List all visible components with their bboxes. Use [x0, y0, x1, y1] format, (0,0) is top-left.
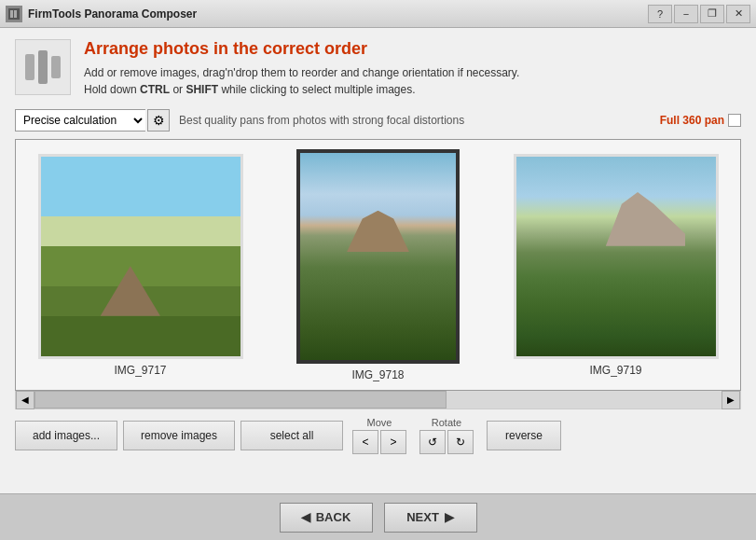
settings-button[interactable]: ⚙	[147, 109, 170, 132]
svg-rect-5	[51, 56, 61, 78]
next-label: NEXT	[406, 510, 439, 524]
rotate-buttons: ↺ ↻	[419, 430, 474, 454]
photo-item-2[interactable]: IMG_9718	[265, 149, 491, 381]
toolbar-row: Precise calculation ⚙ Best quality pans …	[15, 109, 741, 132]
rotate-cw-button[interactable]: ↻	[447, 430, 474, 454]
svg-rect-3	[25, 54, 34, 80]
calc-mode-selector[interactable]: Precise calculation ⚙	[15, 109, 170, 132]
next-arrow-icon: ▶	[445, 510, 454, 524]
header-text: Arrange photos in the correct order Add …	[84, 39, 519, 98]
reverse-button[interactable]: reverse	[487, 421, 561, 450]
full360-label: Full 360 pan	[660, 114, 724, 127]
instruction-line2: Hold down CTRL or SHIFT while clicking t…	[84, 81, 519, 98]
photo-item-1[interactable]: IMG_9717	[27, 154, 254, 377]
help-button[interactable]: ?	[648, 5, 672, 23]
photo-label-2: IMG_9718	[351, 368, 404, 381]
scroll-thumb[interactable]	[34, 391, 447, 408]
photo-frame-3[interactable]	[514, 154, 719, 359]
header-section: Arrange photos in the correct order Add …	[15, 39, 741, 98]
header-icon	[15, 39, 71, 95]
app-title: FirmTools Panorama Composer	[28, 7, 648, 21]
photo-image-1	[41, 157, 241, 356]
scrollbar[interactable]: ◀ ▶	[15, 391, 741, 409]
window-controls: ? − ❐ ✕	[648, 5, 750, 23]
full360-control: Full 360 pan	[660, 114, 741, 127]
bottom-controls: add images... remove images select all M…	[15, 409, 741, 462]
photo-item-3[interactable]: IMG_9719	[502, 154, 729, 377]
back-arrow-icon: ◀	[301, 510, 310, 524]
remove-images-button[interactable]: remove images	[123, 421, 235, 450]
next-button[interactable]: NEXT ▶	[384, 503, 477, 533]
scroll-track[interactable]	[34, 391, 722, 408]
move-left-button[interactable]: <	[352, 430, 378, 454]
photo-grid: IMG_9717 IMG_9718 IMG_9719	[16, 140, 740, 390]
svg-rect-2	[14, 10, 17, 18]
photo-image-3	[516, 157, 716, 356]
add-images-button[interactable]: add images...	[15, 421, 117, 450]
photo-label-3: IMG_9719	[589, 364, 641, 377]
move-label: Move	[367, 417, 392, 428]
photo-frame-1[interactable]	[38, 154, 243, 359]
move-buttons: < >	[352, 430, 406, 454]
minimize-button[interactable]: −	[674, 5, 698, 23]
back-button[interactable]: ◀ BACK	[280, 503, 373, 533]
calc-description: Best quality pans from photos with stron…	[175, 114, 654, 127]
select-all-button[interactable]: select all	[241, 421, 343, 450]
full360-checkbox[interactable]	[728, 114, 741, 127]
title-bar: FirmTools Panorama Composer ? − ❐ ✕	[0, 0, 756, 28]
svg-rect-4	[38, 50, 48, 84]
main-content: Arrange photos in the correct order Add …	[0, 28, 756, 469]
close-button[interactable]: ✕	[726, 5, 750, 23]
photo-frame-2[interactable]	[296, 149, 460, 364]
photo-grid-container: IMG_9717 IMG_9718 IMG_9719	[15, 139, 741, 391]
rotate-label: Rotate	[432, 417, 461, 428]
back-label: BACK	[316, 510, 351, 524]
restore-button[interactable]: ❐	[700, 5, 724, 23]
photo-label-1: IMG_9717	[114, 364, 166, 377]
calc-mode-select[interactable]: Precise calculation	[15, 109, 145, 132]
instruction-line1: Add or remove images, drag'n'drop them t…	[84, 64, 519, 81]
nav-footer: ◀ BACK NEXT ▶	[0, 493, 756, 540]
scroll-right-arrow[interactable]: ▶	[722, 391, 740, 409]
page-heading: Arrange photos in the correct order	[84, 39, 519, 59]
rotate-ccw-button[interactable]: ↺	[419, 430, 446, 454]
app-icon	[6, 6, 22, 22]
rotate-controls: Rotate ↺ ↻	[419, 417, 474, 454]
svg-rect-1	[10, 10, 13, 18]
gear-icon: ⚙	[153, 113, 165, 128]
move-controls: Move < >	[352, 417, 406, 454]
move-right-button[interactable]: >	[380, 430, 406, 454]
scroll-left-arrow[interactable]: ◀	[16, 391, 34, 409]
photo-image-2	[300, 153, 456, 360]
